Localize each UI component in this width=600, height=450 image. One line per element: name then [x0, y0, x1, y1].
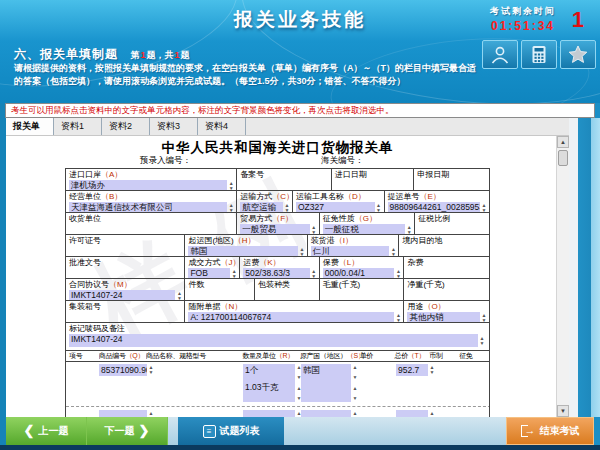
calculator-icon [530, 45, 548, 64]
spinner-icon[interactable]: ▲▼ [480, 202, 488, 212]
commodity-code-input[interactable] [99, 410, 147, 417]
table-row: 合同协议号（M） IMKT1407-24▲▼ 件数 包装种类 毛重(千克) 净重… [66, 279, 489, 301]
field-misc-fee: 杂费 [404, 257, 489, 278]
window-frame [569, 118, 600, 417]
trade-mode-input[interactable]: 一般贸易 [240, 224, 310, 234]
spinner-icon[interactable]: ▲▼ [351, 410, 359, 417]
field-attached-documents: 随附单据（N） A: 121700114067674▲▼ [185, 301, 404, 322]
question-list-button[interactable]: ≡ 试题列表 [178, 417, 284, 445]
field-insurance: 保费（L） 000/0.04/1▲▼ [320, 257, 405, 278]
spinner-icon[interactable]: ▲▼ [230, 268, 238, 278]
goods-col-unit-price: 单价 [360, 351, 395, 361]
field-bill-number: 提运单号（E） 98809644261_00285953▲▼ [385, 191, 490, 212]
total-price-input[interactable] [396, 410, 428, 417]
exit-icon: → [521, 425, 536, 437]
tab-material-4[interactable]: 资料4 [198, 118, 246, 135]
prev-question-button[interactable]: ❮ 上一题 [6, 417, 87, 445]
field-contract-number: 合同协议号（M） IMKT1407-24▲▼ [66, 279, 185, 300]
goods-origin-input[interactable]: 韩国 [301, 364, 351, 402]
field-packages: 件数 [185, 279, 255, 300]
question-count: 第1题，共1题 [130, 50, 189, 60]
timer-label: 考试剩余时间 [490, 5, 556, 18]
spinner-icon[interactable]: ▲▼▲▼ [351, 364, 359, 402]
origin-country-input[interactable]: 韩国 [188, 246, 297, 256]
goods-origin-input[interactable] [301, 410, 351, 417]
spinner-icon[interactable]: ▲▼ [147, 410, 155, 417]
spinner-icon[interactable]: ▲▼ [147, 364, 155, 376]
insurance-input[interactable]: 000/0.04/1 [323, 268, 395, 278]
transport-name-input[interactable]: OZ327 [296, 202, 375, 212]
bill-number-input[interactable]: 98809644261_00285953 [388, 202, 481, 212]
next-question-button[interactable]: 下一题 ❯ [87, 417, 168, 445]
transaction-terms-input[interactable]: FOB [188, 268, 230, 278]
tab-declaration-form[interactable]: 报关单 [6, 118, 54, 135]
spinner-icon[interactable]: ▲▼ [227, 202, 235, 212]
header-tool-buttons [482, 40, 596, 69]
tab-bar: 报关单 资料1 资料2 资料3 资料4 [6, 118, 570, 136]
tab-material-1[interactable]: 资料1 [54, 118, 102, 135]
spinner-icon[interactable]: ▲▼ [394, 268, 402, 278]
field-approval-number: 批准文号 [66, 257, 185, 278]
spinner-icon[interactable]: ▲▼ [310, 224, 318, 234]
spinner-icon[interactable]: ▲▼ [375, 202, 383, 212]
levy-nature-input[interactable]: 一般征税 [323, 224, 406, 234]
tab-material-3[interactable]: 资料3 [150, 118, 198, 135]
table-row: 集装箱号 随附单据（N） A: 121700114067674▲▼ 用途（O） … [66, 301, 489, 323]
import-port-input[interactable]: 津机场办 [69, 180, 227, 190]
goods-item-row: 952.7 ▲▼ [396, 364, 436, 376]
calculator-button[interactable] [521, 40, 557, 69]
scroll-up-icon[interactable]: ▲ [557, 136, 569, 148]
commodity-code-input[interactable]: 85371090.90 [99, 364, 147, 376]
bookmark-button[interactable] [560, 40, 596, 69]
marks-input[interactable]: IMKT1407-24 [69, 334, 478, 347]
field-transaction-terms: 成交方式（J） FOB▲▼ [185, 257, 240, 278]
field-container-number: 集装箱号 [66, 301, 185, 322]
spinner-icon[interactable]: ▲▼ [394, 312, 402, 322]
quantity-input[interactable]: 1个 1.03千克 [243, 364, 295, 402]
spinner-icon[interactable]: ▲▼ [428, 410, 436, 417]
table-row: 批准文号 成交方式（J） FOB▲▼ 运费（K） 502/38.63/3▲▼ 保… [66, 257, 489, 279]
scroll-down-icon[interactable]: ▼ [557, 405, 569, 417]
goods-table-header: 项号 商品编号（Q） 商品名称、规格型号 数量及单位（R） 原产国（地区）（S）… [66, 351, 489, 362]
spinner-icon[interactable]: ▲▼ [227, 180, 235, 190]
spinner-icon[interactable]: ▲▼ [283, 202, 291, 212]
spinner-icon[interactable]: ▲▼ [175, 290, 183, 300]
field-marks-and-notes: 标记唛码及备注 IMKT1407-24▲▼ [66, 323, 489, 351]
field-levy-nature: 征免性质（G） 一般征税▲▼ [320, 213, 416, 234]
notice-bar: 考生可以用鼠标点击资料中的文字或单元格内容，标注的文字背景颜色将变化，再次点击将… [5, 103, 595, 118]
quantity-input[interactable] [243, 410, 295, 417]
instructions-text: 请根据提供的资料，按照报关单填制规范的要求，在空白报关单（草单）编有序号（A）～… [14, 62, 476, 88]
operator-input[interactable]: 天津益海通信技术有限公司 [69, 202, 227, 212]
field-trade-mode: 贸易方式（F） 一般贸易▲▼ [237, 213, 320, 234]
loading-port-input[interactable]: 仁川 [311, 246, 390, 256]
spinner-icon[interactable]: ▲▼ [480, 312, 488, 322]
goods-item-row: 韩国 ▲▼▲▼ [301, 364, 359, 402]
end-exam-button[interactable]: → 结束考试 [506, 417, 594, 445]
attached-documents-input[interactable]: A: 121700114067674 [188, 312, 394, 322]
spinner-icon[interactable]: ▲▼ [428, 364, 436, 376]
field-operator: 经营单位（B） 天津益海通信技术有限公司▲▼ [66, 191, 237, 212]
spinner-icon[interactable]: ▲▼ [310, 268, 318, 278]
exam-timer: 考试剩余时间 01:51:34 [490, 5, 556, 33]
spinner-icon[interactable]: ▲▼ [478, 334, 486, 347]
goods-item-row: ▲▼ [301, 410, 359, 417]
field-transport-mode: 运输方式（C） 航空运输▲▼ [237, 191, 293, 212]
scroll-thumb[interactable] [558, 150, 568, 166]
usage-input[interactable]: 其他内销 [407, 312, 480, 322]
tab-material-2[interactable]: 资料2 [102, 118, 150, 135]
candidate-info-button[interactable] [482, 40, 518, 69]
question-section: 六、报关单填制题 第1题，共1题 [14, 44, 189, 63]
contract-number-input[interactable]: IMKT1407-24 [69, 290, 175, 300]
total-price-input[interactable]: 952.7 [396, 364, 428, 376]
field-import-port: 进口口岸（A） 津机场办▲▼ [66, 169, 237, 190]
freight-input[interactable]: 502/38.63/3 [243, 268, 310, 278]
header: 报关业务技能 考试剩余时间 01:51:34 1 六、报关单填制题 第1题，共1… [0, 0, 600, 103]
field-record-number: 备案号 [237, 169, 332, 190]
transport-mode-input[interactable]: 航空运输 [240, 202, 283, 212]
goods-item-row: ▲▼ [396, 410, 436, 417]
spinner-icon[interactable]: ▲▼ [298, 246, 306, 256]
vertical-scrollbar[interactable]: ▲ ▼ [556, 136, 569, 417]
spinner-icon[interactable]: ▲▼ [405, 224, 413, 234]
spinner-icon[interactable]: ▲▼ [389, 246, 397, 256]
field-transport-name: 运输工具名称（D） OZ327▲▼ [293, 191, 385, 212]
